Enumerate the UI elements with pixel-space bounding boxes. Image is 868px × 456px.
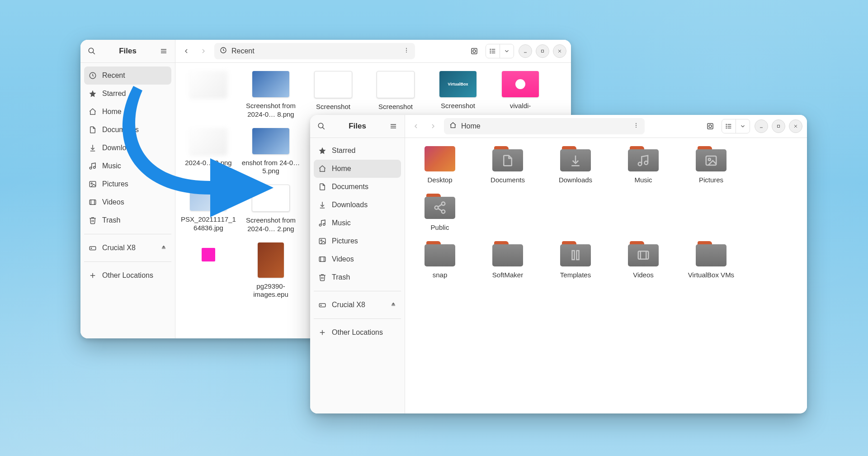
search-button[interactable]: [85, 44, 99, 58]
sidebar-item-recent[interactable]: Recent: [84, 66, 171, 85]
svg-point-42: [636, 127, 637, 128]
chevron-down-icon[interactable]: [500, 44, 514, 58]
sidebar-item-starred[interactable]: Starred: [84, 85, 171, 103]
sidebar-other-locations[interactable]: Other Locations: [84, 266, 171, 285]
sidebar-item-starred[interactable]: Starred: [314, 142, 401, 160]
star-icon: [318, 147, 326, 155]
list-view-icon[interactable]: [486, 44, 500, 58]
file-item[interactable]: Screenshot from 2024-0… 2.png: [240, 185, 302, 233]
sidebar-item-videos[interactable]: Videos: [84, 193, 171, 211]
home-icon: [318, 165, 326, 173]
folder-item[interactable]: Pictures: [678, 146, 744, 185]
doc-icon: [318, 183, 326, 191]
file-name: vivaldi-: [510, 102, 531, 110]
search-button[interactable]: [315, 119, 328, 133]
svg-point-14: [490, 49, 491, 49]
sidebar-item-downloads[interactable]: Downloads: [84, 139, 171, 157]
sidebar-item-documents[interactable]: Documents: [314, 178, 401, 196]
file-item[interactable]: [177, 242, 240, 299]
path-bar[interactable]: Recent: [214, 43, 415, 59]
eject-icon[interactable]: [390, 301, 396, 309]
back-button[interactable]: [410, 120, 422, 133]
sidebar-item-pictures[interactable]: Pictures: [314, 232, 401, 250]
folder-icon: [425, 241, 455, 266]
svg-line-77: [438, 209, 442, 211]
focus-mode-button[interactable]: [703, 119, 717, 133]
kebab-icon[interactable]: [403, 47, 410, 55]
sidebar-item-documents[interactable]: Documents: [84, 121, 171, 139]
sidebar-item-downloads[interactable]: Downloads: [314, 196, 401, 214]
sidebar-item-music[interactable]: Music: [84, 157, 171, 175]
close-button[interactable]: [553, 44, 566, 58]
forward-button[interactable]: [427, 120, 439, 133]
chevron-down-icon[interactable]: [736, 119, 750, 133]
file-item[interactable]: 2024-0… 3.png: [177, 128, 240, 176]
view-switcher[interactable]: [486, 44, 514, 58]
minimize-button[interactable]: [519, 44, 532, 58]
video-icon: [318, 255, 326, 263]
maximize-button[interactable]: [772, 119, 785, 133]
sidebar-item-pictures[interactable]: Pictures: [84, 175, 171, 193]
file-name: Screenshot: [378, 103, 413, 111]
folder-item[interactable]: Templates: [542, 241, 609, 280]
sidebar-item-home[interactable]: Home: [84, 103, 171, 121]
file-item[interactable]: pg29390-images.epu: [240, 242, 302, 299]
folder-item[interactable]: Downloads: [542, 146, 609, 185]
share-icon: [425, 197, 455, 219]
sidebar-item-home[interactable]: Home: [314, 160, 401, 178]
sidebar-drive[interactable]: Crucial X8: [84, 239, 171, 257]
folder-item[interactable]: snap: [407, 241, 473, 280]
folder-name: Music: [634, 176, 652, 185]
folder-item[interactable]: Public: [407, 194, 473, 232]
file-item[interactable]: Screenshot: [364, 71, 427, 119]
eject-icon[interactable]: [160, 244, 167, 252]
kebab-icon[interactable]: [633, 122, 639, 130]
doc-icon: [89, 126, 97, 134]
maximize-button[interactable]: [536, 44, 549, 58]
file-item[interactable]: PSX_20211117_164836.jpg: [177, 185, 240, 233]
thumbnail: [252, 185, 290, 212]
sidebar-item-label: Recent: [102, 71, 125, 80]
back-button[interactable]: [180, 45, 193, 57]
view-switcher[interactable]: [722, 119, 750, 133]
folder-item[interactable]: VirtualBox VMs: [678, 241, 744, 280]
list-view-icon[interactable]: [722, 119, 736, 133]
hamburger-menu-button[interactable]: [157, 44, 170, 58]
sidebar-item-label: Other Locations: [332, 328, 383, 337]
music-icon: [628, 149, 659, 171]
thumbnail: [314, 71, 352, 98]
path-bar[interactable]: Home: [444, 118, 645, 134]
folder-icon: [560, 241, 591, 266]
minimize-button[interactable]: [755, 119, 768, 133]
folder-item[interactable]: SoftMaker: [475, 241, 541, 280]
sidebar-other-locations[interactable]: Other Locations: [314, 323, 401, 342]
sidebar-item-trash[interactable]: Trash: [84, 211, 171, 229]
file-item[interactable]: Screenshot: [302, 71, 364, 119]
svg-point-49: [726, 126, 726, 126]
folder-grid[interactable]: DesktopDocumentsDownloadsMusicPicturesPu…: [405, 138, 807, 413]
focus-mode-button[interactable]: [467, 44, 481, 58]
svg-rect-60: [319, 257, 326, 262]
forward-button[interactable]: [197, 45, 210, 57]
file-item[interactable]: enshot from 24-0… 5.png: [240, 128, 302, 176]
folder-item[interactable]: Documents: [475, 146, 541, 185]
file-item[interactable]: Screenshot from 2024-0… 8.png: [240, 71, 302, 119]
sidebar-item-videos[interactable]: Videos: [314, 250, 401, 268]
folder-item[interactable]: Videos: [610, 241, 676, 280]
folder-item[interactable]: Desktop: [407, 146, 473, 185]
file-name: pg29390-images.epu: [241, 282, 300, 299]
svg-rect-32: [162, 248, 165, 249]
file-name: 2024-0… 3.png: [185, 159, 231, 167]
svg-point-56: [319, 224, 321, 226]
file-item[interactable]: [177, 71, 240, 119]
sidebar-item-music[interactable]: Music: [314, 214, 401, 232]
sidebar-drive[interactable]: Crucial X8: [314, 296, 401, 314]
file-item[interactable]: vivaldi-: [489, 71, 552, 119]
sidebar-item-trash[interactable]: Trash: [314, 268, 401, 286]
file-item[interactable]: VirtualBoxScreenshot: [427, 71, 489, 119]
close-button[interactable]: [789, 119, 802, 133]
hamburger-menu-button[interactable]: [387, 119, 400, 133]
folder-item[interactable]: Music: [610, 146, 676, 185]
star-icon: [89, 90, 97, 98]
sidebar-header: Files: [80, 40, 175, 62]
